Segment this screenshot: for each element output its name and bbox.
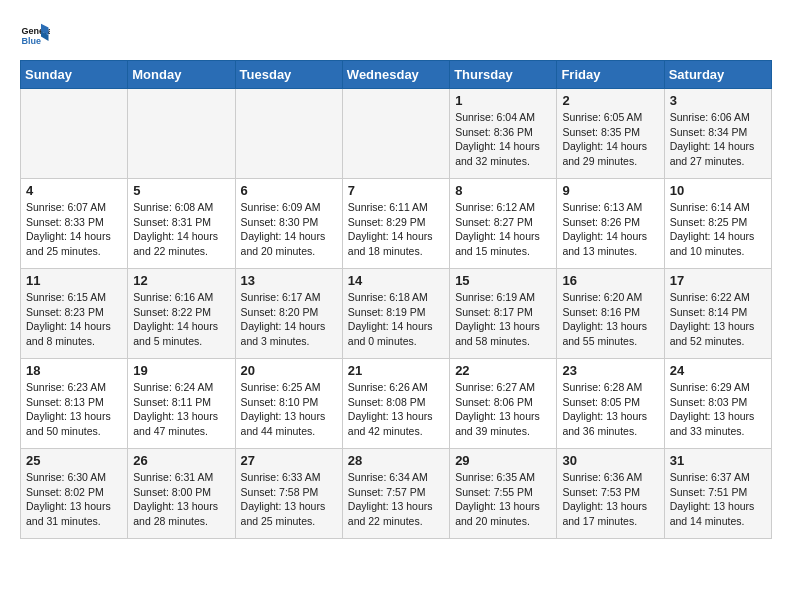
weekday-header-row: SundayMondayTuesdayWednesdayThursdayFrid… (21, 61, 772, 89)
day-info: Sunrise: 6:06 AM Sunset: 8:34 PM Dayligh… (670, 110, 766, 169)
page-header: General Blue (20, 20, 772, 50)
day-number: 24 (670, 363, 766, 378)
calendar-table: SundayMondayTuesdayWednesdayThursdayFrid… (20, 60, 772, 539)
calendar-week-4: 18Sunrise: 6:23 AM Sunset: 8:13 PM Dayli… (21, 359, 772, 449)
calendar-cell: 2Sunrise: 6:05 AM Sunset: 8:35 PM Daylig… (557, 89, 664, 179)
calendar-cell: 24Sunrise: 6:29 AM Sunset: 8:03 PM Dayli… (664, 359, 771, 449)
day-info: Sunrise: 6:07 AM Sunset: 8:33 PM Dayligh… (26, 200, 122, 259)
calendar-cell: 12Sunrise: 6:16 AM Sunset: 8:22 PM Dayli… (128, 269, 235, 359)
day-info: Sunrise: 6:36 AM Sunset: 7:53 PM Dayligh… (562, 470, 658, 529)
day-number: 28 (348, 453, 444, 468)
day-info: Sunrise: 6:15 AM Sunset: 8:23 PM Dayligh… (26, 290, 122, 349)
day-number: 17 (670, 273, 766, 288)
day-info: Sunrise: 6:13 AM Sunset: 8:26 PM Dayligh… (562, 200, 658, 259)
day-number: 4 (26, 183, 122, 198)
day-number: 13 (241, 273, 337, 288)
day-info: Sunrise: 6:18 AM Sunset: 8:19 PM Dayligh… (348, 290, 444, 349)
day-number: 6 (241, 183, 337, 198)
calendar-cell (128, 89, 235, 179)
day-number: 27 (241, 453, 337, 468)
calendar-cell: 4Sunrise: 6:07 AM Sunset: 8:33 PM Daylig… (21, 179, 128, 269)
day-info: Sunrise: 6:25 AM Sunset: 8:10 PM Dayligh… (241, 380, 337, 439)
calendar-cell: 27Sunrise: 6:33 AM Sunset: 7:58 PM Dayli… (235, 449, 342, 539)
day-number: 21 (348, 363, 444, 378)
calendar-cell: 11Sunrise: 6:15 AM Sunset: 8:23 PM Dayli… (21, 269, 128, 359)
calendar-cell: 8Sunrise: 6:12 AM Sunset: 8:27 PM Daylig… (450, 179, 557, 269)
day-info: Sunrise: 6:22 AM Sunset: 8:14 PM Dayligh… (670, 290, 766, 349)
calendar-cell: 10Sunrise: 6:14 AM Sunset: 8:25 PM Dayli… (664, 179, 771, 269)
calendar-cell: 3Sunrise: 6:06 AM Sunset: 8:34 PM Daylig… (664, 89, 771, 179)
day-info: Sunrise: 6:27 AM Sunset: 8:06 PM Dayligh… (455, 380, 551, 439)
day-number: 5 (133, 183, 229, 198)
day-info: Sunrise: 6:05 AM Sunset: 8:35 PM Dayligh… (562, 110, 658, 169)
calendar-week-2: 4Sunrise: 6:07 AM Sunset: 8:33 PM Daylig… (21, 179, 772, 269)
day-number: 7 (348, 183, 444, 198)
calendar-cell: 30Sunrise: 6:36 AM Sunset: 7:53 PM Dayli… (557, 449, 664, 539)
day-number: 22 (455, 363, 551, 378)
calendar-cell: 26Sunrise: 6:31 AM Sunset: 8:00 PM Dayli… (128, 449, 235, 539)
calendar-cell: 1Sunrise: 6:04 AM Sunset: 8:36 PM Daylig… (450, 89, 557, 179)
calendar-cell (21, 89, 128, 179)
weekday-header-sunday: Sunday (21, 61, 128, 89)
day-number: 1 (455, 93, 551, 108)
day-info: Sunrise: 6:23 AM Sunset: 8:13 PM Dayligh… (26, 380, 122, 439)
day-info: Sunrise: 6:20 AM Sunset: 8:16 PM Dayligh… (562, 290, 658, 349)
day-number: 29 (455, 453, 551, 468)
day-info: Sunrise: 6:26 AM Sunset: 8:08 PM Dayligh… (348, 380, 444, 439)
day-info: Sunrise: 6:24 AM Sunset: 8:11 PM Dayligh… (133, 380, 229, 439)
logo: General Blue (20, 20, 54, 50)
weekday-header-thursday: Thursday (450, 61, 557, 89)
calendar-cell: 28Sunrise: 6:34 AM Sunset: 7:57 PM Dayli… (342, 449, 449, 539)
day-number: 3 (670, 93, 766, 108)
day-info: Sunrise: 6:12 AM Sunset: 8:27 PM Dayligh… (455, 200, 551, 259)
day-info: Sunrise: 6:29 AM Sunset: 8:03 PM Dayligh… (670, 380, 766, 439)
day-info: Sunrise: 6:14 AM Sunset: 8:25 PM Dayligh… (670, 200, 766, 259)
day-info: Sunrise: 6:33 AM Sunset: 7:58 PM Dayligh… (241, 470, 337, 529)
day-info: Sunrise: 6:09 AM Sunset: 8:30 PM Dayligh… (241, 200, 337, 259)
day-info: Sunrise: 6:28 AM Sunset: 8:05 PM Dayligh… (562, 380, 658, 439)
calendar-cell: 9Sunrise: 6:13 AM Sunset: 8:26 PM Daylig… (557, 179, 664, 269)
day-number: 18 (26, 363, 122, 378)
calendar-cell: 15Sunrise: 6:19 AM Sunset: 8:17 PM Dayli… (450, 269, 557, 359)
day-number: 10 (670, 183, 766, 198)
day-number: 2 (562, 93, 658, 108)
calendar-cell (235, 89, 342, 179)
weekday-header-friday: Friday (557, 61, 664, 89)
day-info: Sunrise: 6:37 AM Sunset: 7:51 PM Dayligh… (670, 470, 766, 529)
day-info: Sunrise: 6:35 AM Sunset: 7:55 PM Dayligh… (455, 470, 551, 529)
day-number: 25 (26, 453, 122, 468)
day-number: 15 (455, 273, 551, 288)
calendar-cell: 17Sunrise: 6:22 AM Sunset: 8:14 PM Dayli… (664, 269, 771, 359)
calendar-cell: 25Sunrise: 6:30 AM Sunset: 8:02 PM Dayli… (21, 449, 128, 539)
day-info: Sunrise: 6:16 AM Sunset: 8:22 PM Dayligh… (133, 290, 229, 349)
calendar-cell: 13Sunrise: 6:17 AM Sunset: 8:20 PM Dayli… (235, 269, 342, 359)
day-number: 31 (670, 453, 766, 468)
day-info: Sunrise: 6:34 AM Sunset: 7:57 PM Dayligh… (348, 470, 444, 529)
calendar-cell: 14Sunrise: 6:18 AM Sunset: 8:19 PM Dayli… (342, 269, 449, 359)
calendar-cell: 21Sunrise: 6:26 AM Sunset: 8:08 PM Dayli… (342, 359, 449, 449)
calendar-cell: 5Sunrise: 6:08 AM Sunset: 8:31 PM Daylig… (128, 179, 235, 269)
calendar-cell: 7Sunrise: 6:11 AM Sunset: 8:29 PM Daylig… (342, 179, 449, 269)
calendar-cell: 29Sunrise: 6:35 AM Sunset: 7:55 PM Dayli… (450, 449, 557, 539)
day-info: Sunrise: 6:11 AM Sunset: 8:29 PM Dayligh… (348, 200, 444, 259)
calendar-cell: 23Sunrise: 6:28 AM Sunset: 8:05 PM Dayli… (557, 359, 664, 449)
calendar-cell: 18Sunrise: 6:23 AM Sunset: 8:13 PM Dayli… (21, 359, 128, 449)
day-number: 26 (133, 453, 229, 468)
day-info: Sunrise: 6:08 AM Sunset: 8:31 PM Dayligh… (133, 200, 229, 259)
svg-text:Blue: Blue (22, 36, 42, 46)
day-number: 20 (241, 363, 337, 378)
calendar-cell: 6Sunrise: 6:09 AM Sunset: 8:30 PM Daylig… (235, 179, 342, 269)
calendar-cell: 16Sunrise: 6:20 AM Sunset: 8:16 PM Dayli… (557, 269, 664, 359)
calendar-cell: 19Sunrise: 6:24 AM Sunset: 8:11 PM Dayli… (128, 359, 235, 449)
logo-icon: General Blue (20, 20, 50, 50)
calendar-week-5: 25Sunrise: 6:30 AM Sunset: 8:02 PM Dayli… (21, 449, 772, 539)
day-number: 14 (348, 273, 444, 288)
calendar-week-3: 11Sunrise: 6:15 AM Sunset: 8:23 PM Dayli… (21, 269, 772, 359)
day-number: 12 (133, 273, 229, 288)
weekday-header-wednesday: Wednesday (342, 61, 449, 89)
day-info: Sunrise: 6:19 AM Sunset: 8:17 PM Dayligh… (455, 290, 551, 349)
day-number: 23 (562, 363, 658, 378)
calendar-cell (342, 89, 449, 179)
day-info: Sunrise: 6:31 AM Sunset: 8:00 PM Dayligh… (133, 470, 229, 529)
day-number: 11 (26, 273, 122, 288)
